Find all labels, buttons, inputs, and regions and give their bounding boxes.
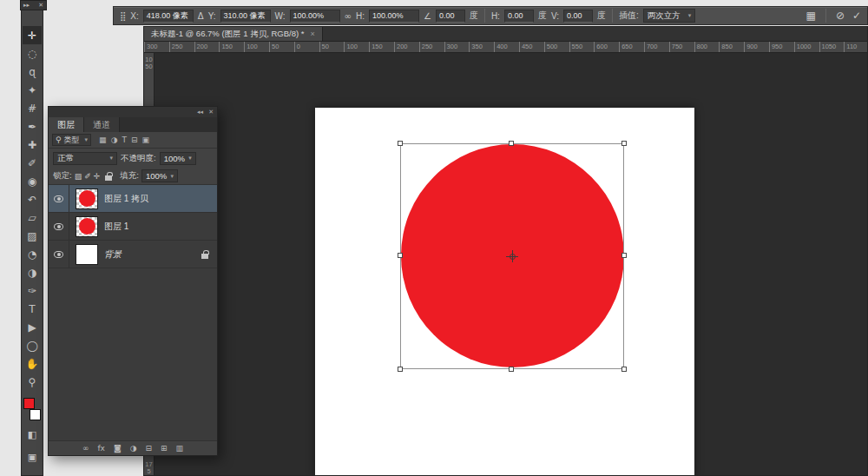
crop-tool[interactable]: # [23, 99, 42, 117]
add-layer-mask-icon[interactable]: ◙ [114, 444, 122, 453]
width-input[interactable]: 100.00% [290, 10, 340, 23]
angle-unit: 度 [470, 10, 478, 22]
transform-handle-top-left[interactable] [398, 141, 403, 146]
ruler-tick: 175 [144, 461, 154, 475]
ruler-tick: 550 [569, 42, 595, 52]
link-layers-icon[interactable]: ∞ [82, 444, 89, 453]
clone-stamp-tool[interactable]: ◉ [23, 172, 42, 190]
cancel-transform-icon[interactable]: ⊘ [836, 10, 845, 22]
v-skew-input[interactable]: 0.00 [563, 10, 593, 23]
lock-position-icon[interactable]: ✛ [94, 172, 101, 181]
gradient-tool[interactable]: ▨ [23, 227, 42, 245]
layer-style-icon[interactable]: fx [97, 444, 105, 453]
visibility-toggle[interactable] [49, 241, 69, 268]
commit-transform-icon[interactable]: ✓ [852, 10, 861, 22]
filter-type-dropdown[interactable]: ⚲ 类型 ▾ [52, 134, 91, 146]
layer-name[interactable]: 背景 [104, 248, 122, 261]
h-skew-input[interactable]: 0.00 [504, 10, 534, 23]
brush-tool[interactable]: ✐ [23, 154, 42, 172]
foreground-color-swatch[interactable] [23, 398, 35, 409]
transform-handle-top-center[interactable] [509, 141, 514, 146]
move-tool[interactable]: ✛ [23, 26, 42, 44]
relative-positioning-icon[interactable]: Δ [198, 11, 204, 21]
transform-handle-middle-left[interactable] [398, 253, 403, 258]
warp-mode-icon[interactable]: ▦ [806, 10, 816, 22]
layer-name[interactable]: 图层 1 [104, 221, 128, 233]
delete-layer-icon[interactable]: ▥ [176, 444, 184, 453]
filter-type-layers-icon[interactable]: T [122, 136, 127, 144]
y-input[interactable]: 310.00 像素 [220, 10, 271, 23]
tab-channels[interactable]: 通道 [84, 117, 120, 132]
tab-layers[interactable]: 图层 [49, 117, 84, 132]
x-input[interactable]: 418.00 像素 [143, 10, 194, 23]
zoom-tool[interactable]: ⚲ [23, 373, 42, 391]
opacity-label: 不透明度: [121, 153, 156, 164]
layer-thumbnail[interactable] [76, 216, 98, 237]
fill-value: 100% [146, 171, 167, 181]
healing-brush-tool[interactable]: ✚ [23, 136, 42, 154]
new-group-icon[interactable]: ⊟ [145, 444, 152, 453]
angle-input[interactable]: 0.00 [436, 10, 465, 23]
history-brush-tool[interactable]: ↶ [23, 190, 42, 208]
lock-transparent-pixels-icon[interactable]: ▨ [75, 172, 82, 181]
transform-handle-bottom-right[interactable] [621, 367, 627, 372]
link-dimensions-icon[interactable]: ∞ [345, 11, 352, 21]
photoshop-app: ▸▸ ✕ ✛ ◌ ɋ ✦ # ✒ ✚ ✐ ◉ ↶ [0, 0, 868, 476]
collapse-arrows-icon[interactable]: ▸▸ [23, 2, 30, 9]
layer-thumbnail[interactable] [76, 188, 98, 209]
blur-tool[interactable]: ◔ [23, 245, 42, 263]
visibility-toggle[interactable] [49, 213, 69, 240]
screen-mode-button[interactable]: ▣ [23, 448, 42, 466]
eyedropper-tool[interactable]: ✒ [23, 117, 42, 136]
transform-handle-top-right[interactable] [621, 141, 627, 146]
ruler-tick: 300 [444, 42, 470, 52]
quick-selection-tool[interactable]: ✦ [23, 81, 42, 99]
transform-handle-bottom-center[interactable] [509, 367, 514, 372]
filter-smart-objects-icon[interactable]: ▣ [142, 136, 150, 144]
canvas-viewport[interactable] [155, 53, 867, 475]
background-color-swatch[interactable] [30, 409, 41, 420]
quick-mask-button[interactable]: ◧ [23, 426, 42, 443]
layer-row-layer-1-copy[interactable]: 图层 1 拷贝 [49, 185, 217, 213]
document-tab[interactable]: 未标题-1 @ 66.7% (图层 1 拷贝, RGB/8) * × [144, 27, 323, 41]
layer-thumbnail[interactable] [76, 244, 98, 265]
panel-collapse-icon[interactable]: ◂◂ [197, 109, 203, 116]
red-circle-thumb [79, 218, 95, 235]
lock-image-pixels-icon[interactable]: ✐ [84, 172, 91, 181]
filter-pixel-layers-icon[interactable]: ▦ [99, 136, 107, 144]
filter-adjustment-layers-icon[interactable]: ◑ [111, 136, 118, 144]
hand-tool[interactable]: ✋ [23, 354, 42, 373]
close-icon[interactable]: ✕ [38, 2, 43, 9]
lock-icon-group: ▨✐✛ [75, 172, 103, 181]
transform-handle-middle-right[interactable] [621, 253, 627, 258]
filter-shape-layers-icon[interactable]: ⊟ [131, 136, 138, 144]
close-tab-icon[interactable]: × [310, 30, 314, 38]
shape-tool[interactable]: ◯ [23, 336, 42, 354]
transform-reference-point[interactable] [506, 250, 518, 262]
pen-tool[interactable]: ✑ [23, 281, 42, 300]
type-tool[interactable]: T [23, 300, 42, 318]
path-selection-tool[interactable]: ▶ [23, 318, 42, 336]
eraser-tool[interactable]: ▱ [23, 208, 42, 227]
transform-handle-bottom-left[interactable] [398, 367, 403, 372]
height-input[interactable]: 100.00% [369, 10, 419, 23]
layer-name[interactable]: 图层 1 拷贝 [104, 193, 148, 205]
layer-row-background[interactable]: 背景 [49, 241, 217, 268]
panel-close-icon[interactable]: ✕ [208, 109, 214, 116]
layer-row-layer-1[interactable]: 图层 1 [49, 213, 217, 241]
fill-dropdown[interactable]: 100% ▾ [141, 169, 178, 182]
visibility-toggle[interactable] [49, 185, 69, 212]
filter-icon-group: ▦◑T⊟▣ [95, 136, 149, 144]
dodge-tool[interactable]: ◑ [23, 263, 42, 281]
marquee-tool[interactable]: ◌ [23, 44, 42, 63]
lasso-tool[interactable]: ɋ [23, 63, 42, 81]
tool-icon: ◔ [28, 248, 36, 261]
blend-mode-dropdown[interactable]: 正常 ▾ [53, 152, 117, 165]
horizontal-ruler[interactable]: 3002502001501005005010015020025030035040… [144, 42, 867, 53]
lock-all-icon[interactable] [105, 175, 112, 181]
opacity-dropdown[interactable]: 100% ▾ [160, 152, 196, 165]
reference-point-icon[interactable]: ⣿ [120, 11, 126, 21]
new-layer-icon[interactable]: ⊞ [161, 444, 168, 453]
new-adjustment-layer-icon[interactable]: ◑ [130, 444, 137, 453]
interpolation-dropdown[interactable]: 两次立方 ▾ [643, 9, 696, 23]
